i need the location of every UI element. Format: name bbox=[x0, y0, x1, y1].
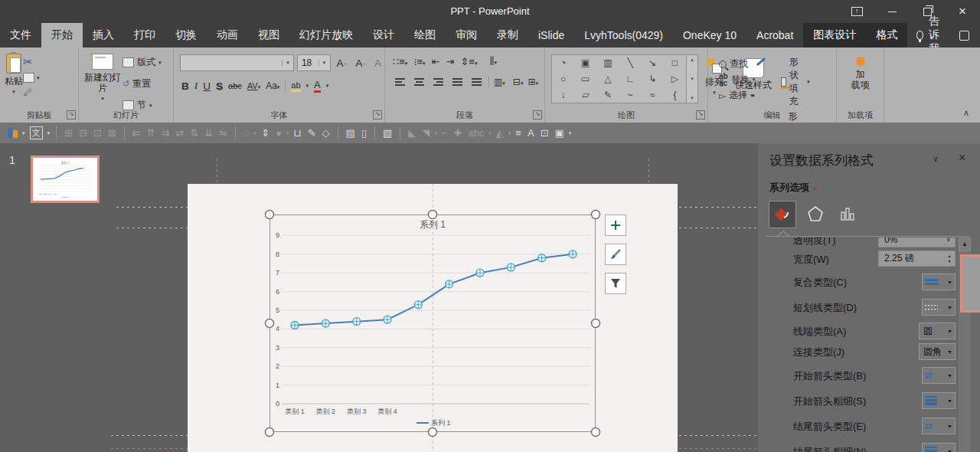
convert-smartart-button[interactable]: ⊞▾ bbox=[528, 77, 538, 87]
change-case-button[interactable]: Aa▾ bbox=[266, 80, 279, 91]
dropdown-caret-icon[interactable]: ▾ bbox=[22, 123, 25, 143]
tab-录制[interactable]: 录制 bbox=[487, 23, 528, 47]
shape-icon[interactable]: ○ bbox=[560, 74, 566, 84]
replace-button[interactable]: abac替换▾ bbox=[719, 73, 836, 87]
tab-fill-line[interactable] bbox=[769, 201, 796, 228]
tab-动画[interactable]: 动画 bbox=[207, 23, 248, 47]
copy-button[interactable]: ▾ bbox=[23, 73, 40, 83]
italic-button[interactable]: I bbox=[194, 80, 198, 92]
send-to-back-icon[interactable]: ⊟ bbox=[79, 123, 87, 143]
format-painter-button[interactable]: 🖉 bbox=[23, 87, 40, 98]
shape-gallery-scrollbar[interactable]: ▴▾▾ bbox=[686, 55, 697, 103]
shape-gallery[interactable]: ◔▣▥╲↘□○▭△∟↳▷↓▱✎~≈{ ▴▾▾ bbox=[551, 54, 698, 103]
shape-icon[interactable]: ▱ bbox=[582, 90, 589, 100]
end-arrow-size-icon-dropdown[interactable]: ▼ bbox=[922, 443, 956, 452]
shape-icon[interactable]: ▭ bbox=[581, 74, 590, 84]
cap-type-text-dropdown[interactable]: 圆▼ bbox=[919, 323, 956, 339]
tell-me-button[interactable]: 告诉我 bbox=[907, 23, 959, 47]
numbering-button[interactable]: ⁝≡▾ bbox=[413, 56, 425, 67]
tab-OneKey 10[interactable]: OneKey 10 bbox=[673, 23, 746, 47]
bring-to-front-icon[interactable]: ⊞ bbox=[64, 123, 73, 143]
align-text-button[interactable]: ⊟▾ bbox=[513, 77, 524, 87]
dropdown-caret-icon[interactable]: ▾ bbox=[508, 123, 511, 143]
close-button[interactable]: × bbox=[945, 0, 980, 23]
shrink-font-button[interactable]: Aˇ bbox=[352, 57, 368, 70]
scroll-up-button[interactable]: ▲ bbox=[959, 237, 971, 251]
pane-options-chevron[interactable]: ∨ bbox=[933, 154, 939, 164]
theme-fill-icon[interactable] bbox=[8, 128, 18, 138]
align-right-button[interactable] bbox=[433, 78, 443, 86]
bullets-button[interactable]: ∷≡▾ bbox=[393, 56, 407, 67]
tab-切换[interactable]: 切换 bbox=[165, 23, 207, 47]
tab-设计[interactable]: 设计 bbox=[363, 23, 404, 47]
model-3d-icon[interactable]: ◇ bbox=[322, 123, 330, 143]
tab-插入[interactable]: 插入 bbox=[83, 23, 124, 47]
shape-icon[interactable]: ↳ bbox=[648, 74, 656, 84]
tab-图表设计[interactable]: 图表设计 bbox=[803, 23, 866, 47]
begin-arrow-type-icon-dropdown[interactable]: ⇄▼ bbox=[922, 367, 956, 384]
change-shape-icon[interactable]: ✚ bbox=[453, 123, 462, 143]
tab-格式[interactable]: 格式 bbox=[866, 23, 907, 47]
reset-button[interactable]: ↺重置 bbox=[122, 77, 162, 90]
album-icon[interactable]: ▯ bbox=[361, 123, 367, 143]
layers-icon[interactable]: ▣ bbox=[555, 123, 564, 143]
end-arrow-type-icon-dropdown[interactable]: ⇄▼ bbox=[922, 418, 956, 434]
picture-icon[interactable]: ▤ bbox=[346, 123, 355, 143]
chart-elements-button[interactable] bbox=[605, 215, 626, 236]
bold-button[interactable]: B bbox=[181, 80, 189, 92]
shape-icon[interactable]: □ bbox=[672, 57, 678, 68]
dropdown-caret-icon[interactable]: ▾ bbox=[254, 123, 257, 143]
align-right-objects-icon[interactable]: ⇅ bbox=[190, 123, 198, 143]
align-center-objects-icon[interactable]: ⇄ bbox=[175, 123, 184, 143]
distribute-v-icon[interactable]: ⇋ bbox=[219, 123, 227, 143]
cut-button[interactable]: ✂ bbox=[23, 55, 40, 69]
text-box-icon[interactable]: 文 bbox=[30, 126, 43, 139]
shape-combine-icon[interactable]: ◌ bbox=[243, 123, 250, 143]
character-spacing-button[interactable]: AV▾ bbox=[247, 81, 260, 90]
find-button[interactable]: 查找 bbox=[719, 57, 836, 70]
tab-LvyhTools(0429)[interactable]: LvyhTools(0429) bbox=[574, 23, 673, 47]
shape-icon[interactable]: { bbox=[673, 90, 676, 100]
shape-icon[interactable]: ✎ bbox=[604, 90, 612, 100]
edit-shape-icon[interactable]: ◥ bbox=[422, 123, 430, 143]
shape-icon[interactable]: ↓ bbox=[561, 90, 566, 100]
join-type-text-dropdown[interactable]: 圆角▼ bbox=[919, 343, 956, 360]
paste-button[interactable]: 粘贴 ▾ bbox=[5, 47, 23, 98]
paragraph-dialog-launcher[interactable]: ↘ bbox=[533, 110, 542, 120]
shape-icon[interactable]: ◔ bbox=[560, 57, 566, 68]
clipboard-dialog-launcher[interactable]: ↘ bbox=[67, 110, 76, 120]
tab-绘图[interactable]: 绘图 bbox=[404, 23, 446, 47]
underline-button[interactable]: U bbox=[203, 80, 211, 92]
shape-icon[interactable]: ~ bbox=[628, 90, 633, 100]
collapse-ribbon-button[interactable]: ∧ bbox=[963, 108, 969, 118]
ribbon-display-options-button[interactable]: ↑ bbox=[839, 0, 874, 23]
font-size-combo[interactable]: 18▾ bbox=[297, 54, 331, 71]
align-left-button[interactable] bbox=[395, 78, 405, 86]
fit-slide-icon[interactable]: ⊡ bbox=[541, 123, 549, 143]
bring-forward-icon[interactable]: ⊡ bbox=[93, 123, 102, 143]
tab-series-options[interactable] bbox=[835, 201, 861, 227]
width-spinner[interactable]: 2.25 磅▴▾ bbox=[878, 251, 956, 267]
tab-开始[interactable]: 开始 bbox=[41, 23, 83, 47]
tab-iSlide[interactable]: iSlide bbox=[528, 23, 574, 47]
decrease-indent-button[interactable]: ⇤ bbox=[432, 56, 440, 67]
slide-canvas[interactable]: 0123456789系列 1类别 1类别 2类别 3类别 4系列 1 bbox=[188, 184, 678, 452]
transparency-combo[interactable]: 0%∨ bbox=[878, 237, 956, 247]
ungroup-icon[interactable]: ⇈ bbox=[147, 123, 155, 143]
shape-icon[interactable]: ╲ bbox=[627, 57, 632, 68]
strikethrough-button[interactable]: abc bbox=[228, 81, 242, 90]
shape-icon[interactable]: ▣ bbox=[581, 57, 590, 68]
line-spacing-button[interactable]: ⇕≡▾ bbox=[460, 56, 477, 67]
minimize-button[interactable] bbox=[874, 0, 910, 23]
compound-type-icon-dropdown[interactable]: ▼ bbox=[922, 273, 956, 290]
tab-effects[interactable] bbox=[802, 201, 828, 227]
distribute-h-icon[interactable]: ⇊ bbox=[204, 123, 213, 143]
comments-icon[interactable] bbox=[959, 31, 969, 41]
font-name-combo[interactable]: ▾ bbox=[180, 54, 294, 71]
shadow-icon[interactable]: ◭ bbox=[496, 123, 504, 143]
align-left-objects-icon[interactable]: ⇉ bbox=[161, 123, 169, 143]
dropdown-caret-icon[interactable]: ▾ bbox=[47, 123, 51, 143]
grow-font-button[interactable]: Aˆ bbox=[334, 57, 350, 70]
tab-幻灯片放映[interactable]: 幻灯片放映 bbox=[289, 23, 363, 47]
pane-scrollbar[interactable]: ▲ bbox=[959, 237, 971, 452]
